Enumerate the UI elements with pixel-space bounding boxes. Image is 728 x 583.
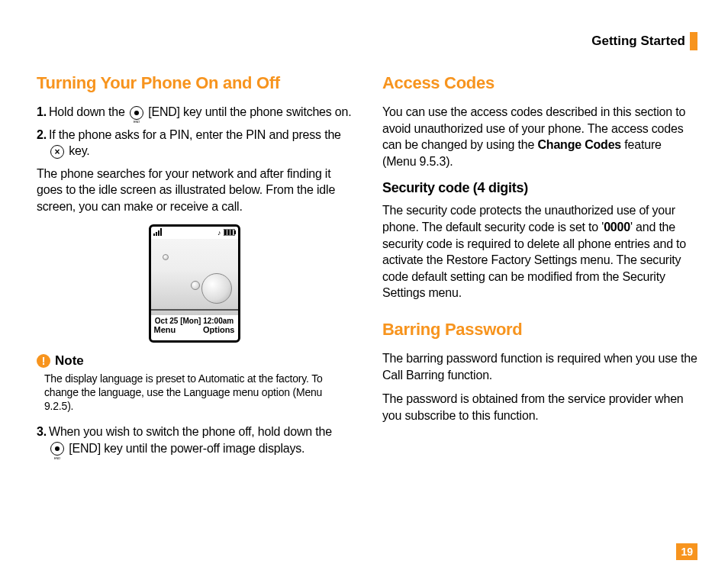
text: [END] key until the phone switches on. [148,105,351,118]
note-body: The display language is preset to Automa… [44,372,352,414]
signal-icon [153,228,164,237]
heading-security-code: Security code (4 digits) [382,180,697,196]
heading-barring-password: Barring Password [382,320,697,340]
heading-access-codes: Access Codes [382,73,697,93]
phone-idle-screen: ♪ Oct 25 [Mon] 12:00am Menu Options [149,224,240,343]
music-icon: ♪ [217,229,221,237]
section-title: Getting Started [591,34,685,49]
svg-rect-3 [230,230,233,235]
text: If the phone asks for a PIN, enter the P… [49,128,341,141]
phone-datetime: Oct 25 [Mon] 12:00am [151,315,238,325]
softkey-right: Options [203,325,235,334]
page-number: 19 [676,543,697,560]
text: [END] key until the power-off image disp… [69,442,304,455]
ok-key-icon [50,145,64,159]
step-number: 3. [37,424,49,456]
note-heading: ! Note [37,353,352,369]
svg-rect-4 [234,230,236,234]
text-bold: 0000 [604,221,630,234]
paragraph-search: The phone searches for your network and … [37,166,352,215]
text: When you wish to switch the phone off, h… [49,425,332,438]
step-2: 2. If the phone asks for a PIN, enter th… [37,127,352,159]
phone-softkeys: Menu Options [151,325,238,336]
left-column: Turning Your Phone On and Off 1. Hold do… [37,73,352,462]
phone-status-bar: ♪ [151,227,238,239]
step-1: 1. Hold down the [END] key until the pho… [37,104,352,121]
note-label: Note [55,353,84,369]
end-key-icon [130,106,143,120]
softkey-left: Menu [154,325,176,334]
step-body: When you wish to switch the phone off, h… [49,424,352,456]
step-3: 3. When you wish to switch the phone off… [37,424,352,456]
paragraph-security: The security code protects the unauthori… [382,202,697,301]
right-column: Access Codes You can use the access code… [382,73,697,462]
alert-icon: ! [37,354,50,368]
text: Hold down the [49,105,128,118]
phone-wallpaper [151,239,238,315]
phone-illustration-wrap: ♪ Oct 25 [Mon] 12:00am Menu Options [37,224,352,343]
battery-icon [224,229,236,236]
header-accent-bar [690,32,697,50]
step-body: Hold down the [END] key until the phone … [49,104,352,121]
step-body: If the phone asks for a PIN, enter the P… [49,127,352,159]
step-number: 2. [37,127,49,159]
text-bold: Change Codes [537,138,621,151]
svg-rect-1 [224,230,227,235]
text: key. [69,144,89,157]
paragraph-access: You can use the access codes described i… [382,104,697,169]
svg-rect-2 [227,230,230,235]
status-right: ♪ [217,229,236,237]
content-columns: Turning Your Phone On and Off 1. Hold do… [37,73,697,462]
paragraph-barring-2: The password is obtained from the servic… [382,391,697,424]
paragraph-barring-1: The barring password function is require… [382,350,697,383]
step-number: 1. [37,104,49,121]
heading-turning-on-off: Turning Your Phone On and Off [37,73,352,93]
end-key-icon [50,442,64,456]
page-header: Getting Started [37,32,697,50]
